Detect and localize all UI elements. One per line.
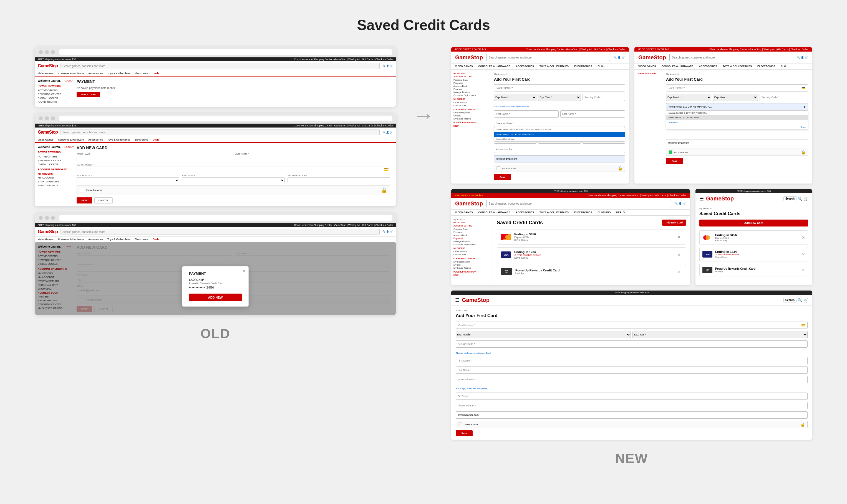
sidebar-old1: Welcome Lauren, LOGOUT POWER REWARDS ACT… [38, 79, 74, 104]
narrow-card-1: Ending in 3456 Expires 03/25 Kevin Kinle… [699, 230, 808, 245]
exp-year-select-new1[interactable]: Exp. Year * [538, 94, 581, 101]
add-new-btn-narrow[interactable]: Add New Card [699, 219, 808, 227]
addr-add-new[interactable]: Add New [666, 120, 808, 125]
phone-input-new1[interactable] [494, 146, 625, 153]
narrow-close-1[interactable]: ✕ [802, 235, 805, 240]
email-option-selected[interactable]: Kevin Kinley 112 CIR NE MINNEAPO... [494, 132, 625, 137]
year-tall[interactable]: Exp. Year * [633, 331, 808, 338]
search-icon-new4[interactable]: 🔍 [798, 197, 802, 201]
card-number-input[interactable] [76, 167, 390, 172]
addr-option-1[interactable]: Lauren lp 3800 S 20TH ST PHOENIX... [666, 111, 808, 115]
security-code-input[interactable] [288, 177, 390, 183]
cart-icon-tall[interactable]: 🛒 [803, 298, 808, 303]
new-layout-1: MY ACCOUNT ACCOUNT SETTING Personal Data… [451, 70, 629, 183]
street-input-tall[interactable] [456, 376, 808, 383]
sidebar-digital-2[interactable]: DIGITAL LOCKER [38, 162, 74, 166]
sidebar-my-account-2[interactable]: MY ACCOUNT [38, 176, 74, 180]
sidebar-active-offers[interactable]: ACTIVE OFFERS [38, 88, 74, 92]
add-apt-tall[interactable]: + Add Apt, Suite, Floor (Optional) [456, 387, 488, 390]
sidebar-address-new1[interactable]: Address Book [453, 85, 488, 88]
captcha-checked-new2[interactable] [669, 150, 672, 154]
phone-input-tall[interactable] [456, 402, 808, 409]
choose-address-link-1[interactable]: Choose address from Address Book [494, 105, 530, 108]
add-new-modal-btn[interactable]: ADD NEW [189, 293, 242, 301]
sidebar-my-orders-2[interactable]: MY ORDERS [38, 172, 74, 176]
save-button[interactable]: SAVE [76, 197, 92, 203]
search-btn-tall[interactable]: Search [783, 298, 796, 303]
narrow-close-2[interactable]: ✕ [802, 252, 805, 256]
zip-input-tall[interactable] [456, 393, 808, 400]
sidebar-active-offers-2[interactable]: ACTIVE OFFERS [38, 155, 74, 159]
add-card-btn-old[interactable]: ADD A CARD [76, 92, 100, 97]
captcha-check[interactable] [80, 188, 84, 192]
firstname-tall[interactable] [456, 357, 808, 364]
sidebar-rewards-2[interactable]: REWARDS CENTER [38, 159, 74, 162]
sidebar-payment-new1[interactable]: Payment [453, 88, 488, 91]
narrow-expired-2: ⚠This card has expired [715, 253, 799, 256]
email-input-new2[interactable] [666, 139, 808, 146]
street-input-new1[interactable] [494, 120, 625, 127]
sidebar-password-new1[interactable]: Password [453, 82, 488, 85]
sidebar-saved-trades[interactable]: SAVED TRADES [38, 100, 74, 104]
gs-logo-tall: GameStop [462, 297, 489, 303]
exp-month-select[interactable] [76, 177, 179, 183]
last-name-new1[interactable] [560, 110, 625, 118]
captcha-check-tall[interactable] [458, 422, 462, 426]
search-icon-tall[interactable]: 🔍 [798, 298, 802, 303]
gs-search-old1[interactable] [60, 63, 380, 69]
email-input-tall[interactable] [456, 411, 808, 419]
modal-card-num: •••••••••••• 3456 [189, 286, 242, 289]
lastname-tall[interactable] [456, 366, 808, 374]
email-input-new1[interactable] [494, 155, 625, 162]
sidebar-personal-new1[interactable]: Personal Data [453, 78, 488, 82]
card-number-input-new1[interactable] [494, 84, 625, 91]
security-tall[interactable] [456, 340, 808, 348]
hamburger-icon[interactable]: ☰ [699, 196, 704, 202]
card-close-1[interactable]: ✕ [676, 234, 682, 240]
year-select-new2[interactable]: Exp. Year * [713, 94, 758, 101]
narrow-close-3[interactable]: ✕ [802, 268, 805, 272]
first-name-input[interactable] [76, 156, 232, 161]
exp-month-select-new1[interactable]: Exp. Month * [494, 94, 536, 101]
card-close-3[interactable]: ✕ [676, 269, 682, 274]
card-close-2[interactable]: ✕ [676, 252, 682, 257]
choose-addr-tall[interactable]: Choose address from Address Book [456, 352, 491, 354]
sidebar-start-return-2[interactable]: START A RETURN [38, 180, 74, 183]
exp-year-select[interactable] [182, 177, 285, 183]
new-content-1: My Account / Add Your First Card Exp. Mo… [490, 70, 629, 183]
captcha-check-new1[interactable] [497, 166, 500, 170]
gs-search-new1[interactable] [486, 54, 610, 61]
cvv-new2[interactable] [760, 94, 808, 101]
save-btn-new1[interactable]: Save [494, 174, 511, 180]
modal-close-btn[interactable]: ✕ [242, 269, 246, 273]
addr-done-btn[interactable]: Done [666, 125, 808, 129]
last-name-input[interactable] [235, 156, 390, 161]
gs-search-old2[interactable] [60, 129, 380, 135]
gs-search-new3[interactable] [486, 200, 671, 207]
month-select-new2[interactable]: Exp. Month * [666, 94, 711, 101]
cancel-button[interactable]: CANCEL [94, 197, 113, 203]
sidebar-rewards-center[interactable]: REWARDS CENTER [38, 92, 74, 96]
sidebar-devices-new1[interactable]: Manage Devices [453, 91, 488, 94]
cart-icon-new4[interactable]: 🛒 [803, 197, 808, 201]
sidebar-prefs-new1[interactable]: Customer Preferences [453, 94, 488, 97]
narrow-card-info-2: Ending in 1234 ⚠This card has expired Ke… [715, 250, 799, 258]
search-btn-new4[interactable]: Search [783, 196, 796, 201]
address-selected-box[interactable]: Kevin Kinley 112 CIR NE MINNEAPO... ▲ [666, 103, 808, 110]
sidebar-digital-locker[interactable]: DIGITAL LOCKER [38, 96, 74, 100]
gs-search-new2[interactable] [669, 54, 793, 61]
add-new-card-btn-1[interactable]: Add New Card [662, 219, 686, 226]
hamburger-tall[interactable]: ☰ [455, 297, 460, 303]
month-tall[interactable]: Exp. Month * [456, 331, 631, 338]
logout-link[interactable]: LOGOUT [64, 79, 74, 82]
street-group-new1: Kevin Kirby - 713 CIR FIRST ST SAN JOSE,… [494, 120, 625, 127]
gs-search-old3[interactable] [60, 229, 380, 235]
security-input-new1[interactable] [583, 94, 625, 101]
logout-link-2[interactable]: LOGOUT [64, 146, 74, 148]
save-btn-tall[interactable]: Save [456, 430, 473, 436]
save-btn-new2[interactable]: Save [666, 158, 683, 164]
addr-option-2[interactable]: Kevin Kinley 112 CIR NE MINN... [666, 115, 808, 120]
sidebar-personal-2[interactable]: PERSONAL DATA [38, 183, 74, 187]
welcome-text: Welcome Lauren, [38, 79, 61, 82]
first-name-new1[interactable] [494, 110, 559, 118]
